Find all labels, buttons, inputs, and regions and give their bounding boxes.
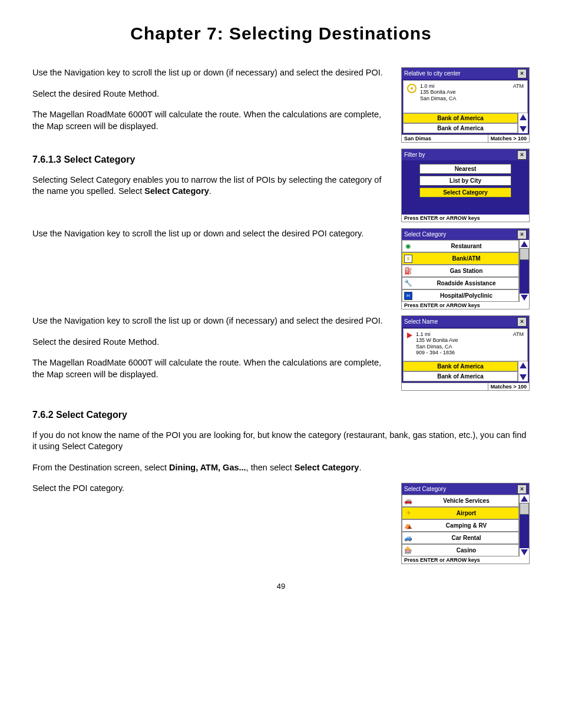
scroll-down-icon[interactable] [521,549,528,555]
device-title: Relative to city center [404,70,461,77]
paragraph: Select the desired Route Method. [32,337,384,348]
page-number: 49 [32,582,530,591]
close-icon[interactable]: × [517,485,527,494]
scroll-up-icon[interactable] [521,496,528,502]
section-heading: 7.6.2 Select Category [32,409,530,421]
carrental-icon: 🚙 [402,534,414,542]
arrow-icon [407,332,412,338]
poi-info: 1.1 mi 135 W Bonita Ave San Dimas, CA 90… [416,331,458,355]
scroll-thumb[interactable] [520,503,529,515]
paragraph: Selecting Select Category enables you to… [32,174,384,197]
menu-item-nearest[interactable]: Nearest [419,164,511,174]
device-hint: Press ENTER or ARROW keys [402,215,529,222]
paragraph: The Magellan RoadMate 6000T will calcula… [32,357,384,380]
paragraph: Use the Navigation key to scroll the lis… [32,228,384,240]
scroll-thumb[interactable] [520,248,529,260]
vehicle-icon: 🚗 [402,497,414,505]
category-row[interactable]: 🔧 Roadside Assistance [402,277,519,289]
paragraph: Use the Navigation key to scroll the lis… [32,67,384,79]
chapter-title: Chapter 7: Selecting Destinations [32,24,530,44]
paragraph: From the Destination screen, select Dini… [32,462,530,474]
list-item[interactable]: Bank of America [403,113,518,123]
gas-icon: ⛽ [402,267,414,275]
device-screenshot-selectname: Select Name × 1.1 mi 135 W Bonita Ave Sa… [401,315,530,391]
scroll-down-icon[interactable] [520,374,527,380]
scroll-up-icon[interactable] [521,241,528,247]
target-icon [407,84,416,93]
device-title: Select Name [404,318,438,325]
scroll-down-icon[interactable] [520,126,527,132]
device-hint: Press ENTER or ARROW keys [402,302,529,309]
footer-city: San Dimas [402,135,488,142]
hospital-icon: H [402,292,414,300]
paragraph: Select the POI category. [32,483,384,495]
scroll-up-icon[interactable] [520,363,527,368]
poi-info: 1.0 mi 135 Bonita Ave San Dimas, CA [420,83,457,101]
paragraph: Use the Navigation key to scroll the lis… [32,315,384,327]
device-screenshot-relative: Relative to city center × 1.0 mi 135 Bon… [401,67,530,143]
footer-matches: Matches > 100 [488,135,529,142]
poi-type: ATM [513,331,524,337]
bank-icon: $ [402,255,414,263]
scroll-up-icon[interactable] [520,114,527,120]
airport-icon: ✈ [402,509,414,517]
section-heading: 7.6.1.3 Select Category [32,153,384,166]
device-screenshot-selectcategory2: Select Category × 🚗 Vehicle Services ✈ A… [401,483,530,564]
menu-item-listbycity[interactable]: List by City [419,176,511,186]
device-screenshot-filterby: Filter by × Nearest List by City Select … [401,149,530,222]
close-icon[interactable]: × [517,317,527,327]
footer-matches: Matches > 100 [488,383,529,390]
camping-icon: ⛺ [402,522,414,529]
device-hint: Press ENTER or ARROW keys [402,556,529,564]
close-icon[interactable]: × [517,150,527,160]
scrollbar[interactable] [519,240,529,302]
roadside-icon: 🔧 [402,279,414,287]
close-icon[interactable]: × [517,230,527,239]
device-title: Select Category [404,486,446,492]
scroll-down-icon[interactable] [521,295,528,301]
category-row[interactable]: ⛽ Gas Station [402,265,519,277]
category-row[interactable]: $ Bank/ATM [402,252,519,265]
list-item[interactable]: Bank of America [403,123,518,133]
category-row[interactable]: H Hospital/Polyclinic [402,289,519,302]
restaurant-icon: ◉ [402,242,414,250]
category-row[interactable]: ⛺ Camping & RV [402,519,519,532]
list-item[interactable]: Bank of America [403,361,518,371]
device-screenshot-selectcategory: Select Category × ◉ Restaurant $ Bank/AT… [401,228,530,309]
category-row[interactable]: ✈ Airport [402,507,519,519]
category-row[interactable]: 🚗 Vehicle Services [402,495,519,507]
menu-item-selectcategory[interactable]: Select Category [419,187,511,197]
scrollbar[interactable] [518,361,528,381]
casino-icon: 🎰 [402,546,414,554]
paragraph: Select the desired Route Method. [32,88,384,100]
category-row[interactable]: 🚙 Car Rental [402,532,519,544]
scrollbar[interactable] [519,495,529,556]
scrollbar[interactable] [518,113,528,133]
footer-empty [402,383,488,390]
list-item[interactable]: Bank of America [403,371,518,381]
close-icon[interactable]: × [517,69,527,78]
paragraph: If you do not know the name of the POI y… [32,430,530,453]
paragraph: The Magellan RoadMate 6000T will calcula… [32,109,384,132]
device-title: Filter by [404,151,425,158]
category-row[interactable]: ◉ Restaurant [402,240,519,252]
device-title: Select Category [404,231,446,238]
poi-type: ATM [513,83,524,89]
category-row[interactable]: 🎰 Casino [402,544,519,556]
